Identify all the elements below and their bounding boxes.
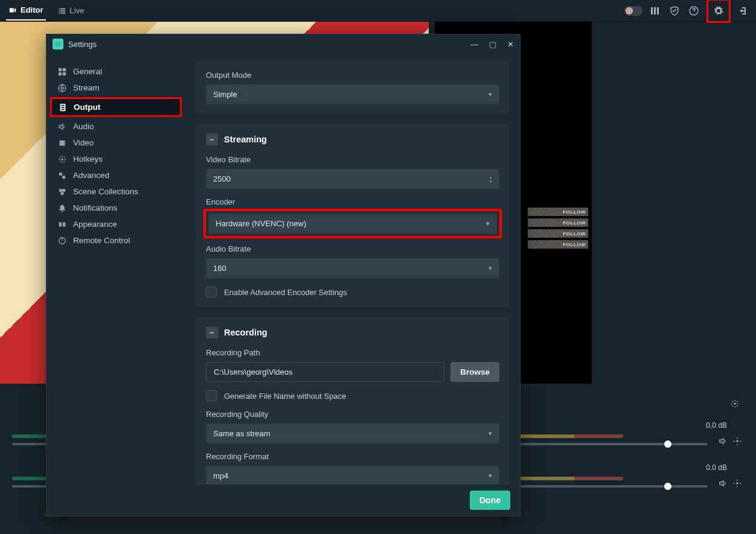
follow-alert: FOLLOW bbox=[528, 240, 588, 249]
browse-button[interactable]: Browse bbox=[450, 362, 499, 382]
appearance-icon bbox=[57, 220, 67, 229]
help-icon[interactable] bbox=[687, 4, 700, 17]
logout-icon[interactable] bbox=[737, 4, 750, 17]
svg-rect-26 bbox=[63, 222, 65, 226]
collections-icon bbox=[57, 188, 67, 196]
sidebar-item-general[interactable]: General bbox=[51, 63, 181, 80]
video-bitrate-label: Video Bitrate bbox=[206, 155, 499, 164]
collapse-button[interactable]: – bbox=[206, 133, 218, 145]
svg-point-22 bbox=[59, 188, 62, 191]
sidebar-item-scene-collections[interactable]: Scene Collections bbox=[51, 183, 181, 200]
gears-icon bbox=[57, 171, 67, 180]
layout-icon[interactable] bbox=[649, 4, 662, 17]
svg-rect-25 bbox=[59, 222, 62, 226]
svg-rect-16 bbox=[59, 140, 66, 145]
maximize-icon[interactable]: ▢ bbox=[489, 40, 496, 49]
svg-rect-17 bbox=[59, 140, 60, 145]
streaming-card: – Streaming Video Bitrate 2500 ▴▾ Encode… bbox=[196, 124, 509, 307]
svg-rect-7 bbox=[59, 68, 62, 71]
recording-quality-label: Recording Quality bbox=[206, 410, 499, 419]
sidebar-item-hotkeys[interactable]: Hotkeys bbox=[51, 151, 181, 167]
sidebar-item-label: Scene Collections bbox=[73, 187, 138, 196]
svg-rect-15 bbox=[61, 109, 64, 110]
close-icon[interactable]: ✕ bbox=[507, 40, 514, 49]
speaker-icon[interactable] bbox=[719, 437, 727, 445]
chevron-down-icon: ▾ bbox=[486, 220, 490, 227]
svg-point-6 bbox=[736, 482, 738, 485]
sidebar-item-notifications[interactable]: Notifications bbox=[51, 200, 181, 216]
svg-point-24 bbox=[60, 192, 63, 195]
sidebar-item-stream[interactable]: Stream bbox=[51, 80, 181, 96]
speaker-icon[interactable] bbox=[719, 479, 727, 488]
svg-rect-1 bbox=[654, 7, 656, 14]
generate-filename-checkbox[interactable] bbox=[206, 390, 217, 401]
sidebar-item-label: Video bbox=[73, 138, 94, 147]
tab-editor[interactable]: Editor bbox=[6, 1, 46, 21]
dialog-footer: Done bbox=[46, 485, 520, 516]
spinner-arrows-icon[interactable]: ▴▾ bbox=[490, 175, 492, 183]
svg-point-23 bbox=[62, 188, 65, 191]
svg-rect-10 bbox=[63, 72, 66, 75]
video-bitrate-input[interactable]: 2500 ▴▾ bbox=[206, 169, 499, 189]
enable-advanced-checkbox[interactable] bbox=[206, 287, 217, 297]
generate-filename-row[interactable]: Generate File Name without Space bbox=[206, 390, 499, 401]
checkbox-label: Enable Advanced Encoder Settings bbox=[224, 288, 347, 297]
svg-rect-14 bbox=[61, 107, 64, 108]
track-gear-icon[interactable] bbox=[733, 437, 742, 445]
chevron-down-icon: ▾ bbox=[489, 91, 492, 98]
recording-path-input[interactable] bbox=[206, 362, 444, 382]
follow-alert: FOLLOW bbox=[528, 208, 588, 216]
globe-icon bbox=[57, 84, 67, 92]
checkbox-label: Generate File Name without Space bbox=[224, 392, 346, 401]
sidebar-item-label: Advanced bbox=[73, 171, 109, 180]
sidebar-item-label: Stream bbox=[73, 83, 100, 92]
recording-path-label: Recording Path bbox=[206, 348, 499, 357]
select-value: Hardware (NVENC) (new) bbox=[216, 219, 306, 228]
sidebar-item-video[interactable]: Video bbox=[51, 135, 181, 151]
output-mode-select[interactable]: Simple ▾ bbox=[206, 84, 499, 104]
select-value: Same as stream bbox=[213, 429, 271, 438]
svg-rect-13 bbox=[61, 104, 64, 106]
svg-point-5 bbox=[736, 440, 738, 442]
volume-icon bbox=[57, 122, 67, 131]
recording-quality-select[interactable]: Same as stream ▾ bbox=[206, 424, 499, 443]
svg-rect-2 bbox=[657, 7, 659, 14]
settings-content: Output Mode Simple ▾ – Streaming Video B… bbox=[185, 54, 520, 485]
chevron-down-icon: ▾ bbox=[489, 264, 492, 272]
minimize-icon[interactable]: — bbox=[470, 40, 478, 49]
mixer-settings-icon[interactable] bbox=[731, 399, 739, 408]
theme-toggle[interactable] bbox=[624, 6, 642, 16]
output-mode-label: Output Mode bbox=[206, 71, 499, 80]
encoder-label: Encoder bbox=[206, 197, 499, 206]
sidebar-item-label: General bbox=[73, 67, 102, 76]
shield-icon[interactable] bbox=[668, 4, 681, 17]
top-toolbar: Editor Live bbox=[0, 0, 756, 22]
tab-editor-label: Editor bbox=[21, 5, 43, 14]
bell-icon bbox=[57, 204, 67, 212]
audio-bitrate-select[interactable]: 160 ▾ bbox=[206, 258, 499, 278]
input-value: 2500 bbox=[213, 174, 231, 183]
sidebar-item-audio[interactable]: Audio bbox=[51, 118, 181, 135]
collapse-button[interactable]: – bbox=[206, 326, 218, 339]
select-value: mp4 bbox=[213, 471, 228, 480]
enable-advanced-row[interactable]: Enable Advanced Encoder Settings bbox=[206, 287, 499, 297]
sidebar-item-advanced[interactable]: Advanced bbox=[51, 167, 181, 183]
sidebar-item-remote-control[interactable]: Remote Control bbox=[51, 232, 181, 249]
sidebar-item-appearance[interactable]: Appearance bbox=[51, 216, 181, 232]
tab-live[interactable]: Live bbox=[56, 1, 87, 20]
sidebar-item-label: Appearance bbox=[73, 220, 117, 229]
sidebar-item-output[interactable]: Output bbox=[52, 99, 180, 115]
recording-format-select[interactable]: mp4 ▾ bbox=[206, 466, 499, 485]
svg-rect-18 bbox=[65, 140, 66, 145]
gear-icon[interactable] bbox=[712, 4, 725, 17]
settings-button-highlight bbox=[706, 0, 731, 23]
dialog-title: Settings bbox=[68, 40, 97, 49]
output-mode-card: Output Mode Simple ▾ bbox=[196, 61, 509, 114]
done-button[interactable]: Done bbox=[470, 491, 510, 510]
sidebar-output-highlight: Output bbox=[50, 97, 182, 117]
svg-point-21 bbox=[62, 176, 65, 179]
gear-icon bbox=[57, 155, 67, 164]
encoder-select[interactable]: Hardware (NVENC) (new) ▾ bbox=[208, 214, 497, 234]
track-gear-icon[interactable] bbox=[733, 479, 742, 488]
svg-rect-9 bbox=[59, 72, 62, 75]
